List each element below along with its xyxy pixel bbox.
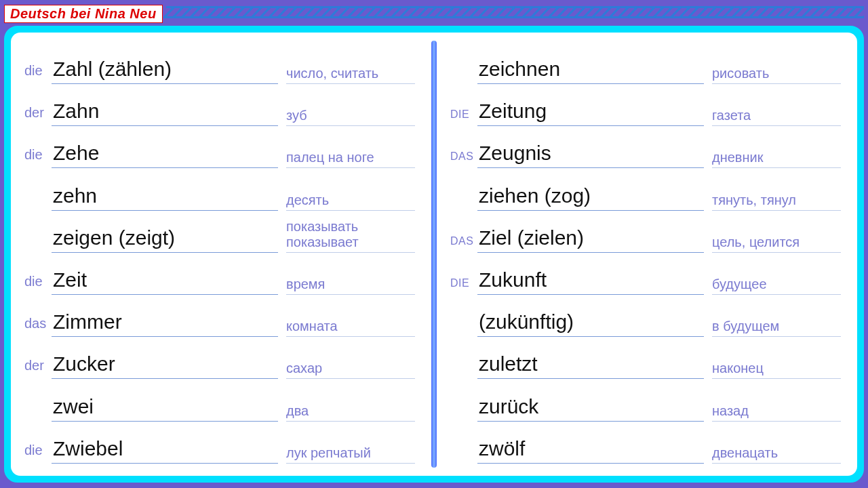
vocab-entry: ziehen (zog)тянуть, тянул [450,171,841,211]
vocab-entry: dieZukunftбудущее [450,256,841,295]
vocab-entry: zuletztнаконец [450,340,841,379]
translation: газета [712,108,841,126]
german-word: Zeugnis [479,142,551,164]
translation: число, считать [286,66,415,84]
translation: рисовать [712,66,841,84]
outer-frame: Deutsch bei Nina Neu ZZZZZZZZZZZZZZZZZZZ… [0,0,868,488]
article-label: die [450,108,477,126]
german-word: Zahl (zählen) [53,58,172,80]
vocab-entry: dasZiel (zielen)цель, целится [450,214,841,253]
translation: дневник [712,150,841,168]
article-label [450,373,477,379]
left-column: dieZahl (zählen)число, считатьderZahnзуб… [11,38,431,470]
article-label [24,205,52,211]
german-word-wrap: Zukunft [477,268,704,295]
vocab-entry: zurückназад [450,382,841,422]
article-label [450,331,477,337]
german-word: Zucker [53,352,115,375]
translation: лук репчатый [286,445,415,464]
article-label: die [450,277,477,295]
german-word: zwei [53,395,94,418]
article-label: die [24,274,52,295]
article-label [24,247,52,253]
translation: будущее [712,277,841,295]
german-word-wrap: Zeit [52,268,278,295]
german-word-wrap: zehn [52,184,278,211]
german-word: zurück [479,395,538,418]
content-wrap: dieZahl (zählen)число, считатьderZahnзуб… [4,26,864,483]
german-word: (zukünftig) [479,310,574,333]
vocab-entry: dieZahl (zählen)число, считать [24,45,415,84]
column-divider [431,41,437,468]
vocab-entry: dasZimmerкомната [24,298,415,337]
german-word-wrap: Zimmer [52,310,278,337]
vocab-entry: zweiдва [24,382,415,422]
german-word: ziehen (zog) [479,184,591,207]
german-word: Ziel (zielen) [479,226,584,249]
translation: зуб [286,108,415,126]
german-word-wrap: zurück [477,395,704,422]
german-word: Zehe [53,142,99,164]
article-label: die [24,63,52,84]
page-title: Deutsch bei Nina Neu [4,5,163,23]
vocab-entry: zeigen (zeigt)показывать показывает [24,214,415,253]
vocab-entry: dieZeheпалец на ноге [24,129,415,168]
german-word-wrap: zwei [52,395,278,422]
translation: сахар [286,361,415,379]
german-word-wrap: zeichnen [477,58,704,84]
translation: наконец [712,361,841,379]
german-word-wrap: zeigen (zeigt) [52,226,278,253]
translation: цель, целится [712,235,841,253]
german-word: Zahn [53,100,99,122]
article-label: die [24,147,52,168]
article-label: die [24,443,52,464]
german-word-wrap: zwölf [477,437,704,464]
vocab-entry: dasZeugnisдневник [450,129,841,168]
article-label: der [24,105,52,126]
article-label [450,205,477,211]
article-label [450,458,477,464]
translation: палец на ноге [286,150,415,168]
german-word-wrap: Zehe [52,142,278,168]
article-label [24,416,52,422]
german-word: Zeitung [479,100,547,122]
translation: тянуть, тянул [712,192,841,211]
vocab-entry: dieZeitвремя [24,256,415,295]
vocab-entry: dieZeitungгазета [450,87,841,126]
vocab-entry: dieZwiebelлук репчатый [24,424,415,464]
header-bar: Deutsch bei Nina Neu ZZZZZZZZZZZZZZZZZZZ… [4,4,864,23]
translation: комната [286,319,415,337]
article-label [450,416,477,422]
german-word-wrap: Ziel (zielen) [477,226,704,253]
german-word-wrap: Zucker [52,352,278,379]
white-panel: dieZahl (zählen)число, считатьderZahnзуб… [11,33,857,476]
german-word-wrap: Zwiebel [52,437,278,464]
translation: в будущем [712,319,841,337]
german-word-wrap: Zeitung [477,100,704,126]
vocab-entry: derZahnзуб [24,87,415,126]
german-word: zeichnen [479,58,560,80]
translation: назад [712,403,841,422]
article-label [450,79,477,84]
vocab-entry: zehnдесять [24,171,415,211]
article-label: das [450,235,477,253]
german-word: zeigen (zeigt) [53,226,175,249]
vocab-entry: zwölfдвенацать [450,424,841,464]
translation: двенацать [712,445,841,464]
right-column: zeichnenрисоватьdieZeitungгазетаdasZeugn… [437,38,857,470]
german-word: zehn [53,184,97,207]
german-word-wrap: ziehen (zog) [477,184,704,211]
german-word-wrap: Zeugnis [477,142,704,168]
article-label: das [450,150,477,168]
translation: время [286,277,415,295]
vocab-entry: (zukünftig)в будущем [450,298,841,337]
german-word: zuletzt [479,352,538,375]
translation: два [286,403,415,422]
translation: десять [286,192,415,211]
german-word-wrap: zuletzt [477,352,704,379]
article-label: der [24,358,52,379]
german-word: Zimmer [53,310,122,333]
german-word: zwölf [479,437,525,460]
translation: показывать показывает [286,219,415,253]
german-word: Zeit [53,268,87,291]
